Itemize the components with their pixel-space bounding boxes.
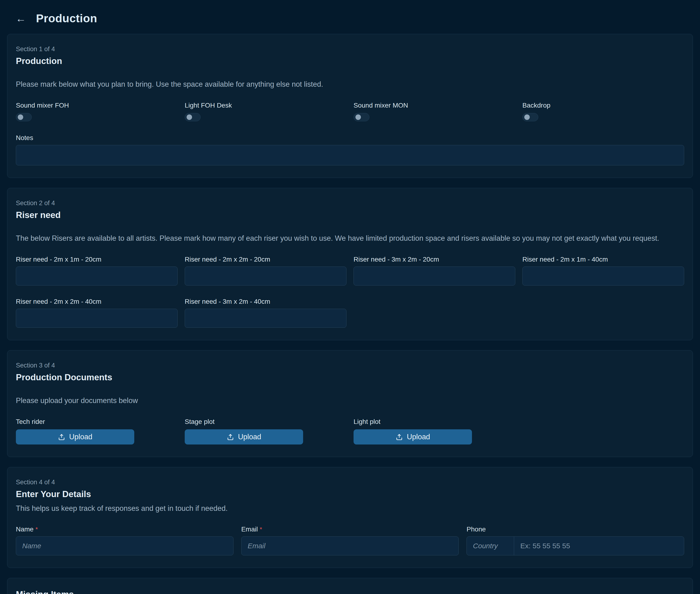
notes-textarea[interactable] bbox=[16, 145, 684, 165]
section-description: Please upload your documents below bbox=[16, 396, 684, 406]
riser-label: Riser need - 2m x 2m - 20cm bbox=[185, 256, 346, 263]
upload-button-tech-rider[interactable]: Upload bbox=[16, 429, 134, 444]
email-input[interactable] bbox=[241, 536, 459, 555]
riser-field-2x1-40: Riser need - 2m x 1m - 40cm bbox=[522, 256, 684, 286]
section-title: Production Documents bbox=[16, 372, 684, 383]
phone-label: Phone bbox=[466, 526, 684, 533]
toggle-knob bbox=[186, 114, 192, 120]
details-grid: Name* Email* Phone bbox=[16, 526, 684, 555]
upload-label: Light plot bbox=[354, 418, 515, 426]
back-button[interactable]: ← bbox=[15, 12, 27, 25]
upload-grid: Tech rider Upload Stage plot Upload Ligh… bbox=[16, 418, 684, 444]
phone-input-group bbox=[466, 536, 684, 555]
toggle-label: Backdrop bbox=[522, 102, 684, 109]
toggle-label: Sound mixer MON bbox=[354, 102, 515, 109]
upload-icon bbox=[58, 433, 65, 441]
section-step-label: Section 3 of 4 bbox=[16, 362, 684, 369]
page-title: Production bbox=[36, 12, 97, 25]
email-label: Email* bbox=[241, 526, 459, 533]
toggle-sound-mixer-foh[interactable] bbox=[16, 113, 32, 121]
riser-label: Riser need - 3m x 2m - 20cm bbox=[354, 256, 515, 263]
section-description: The below Risers are available to all ar… bbox=[16, 233, 684, 243]
upload-button-stage-plot[interactable]: Upload bbox=[185, 429, 303, 444]
section-description: Please mark below what you plan to bring… bbox=[16, 79, 684, 89]
toggle-light-foh-desk[interactable] bbox=[185, 113, 201, 121]
name-label: Name* bbox=[16, 526, 234, 533]
required-asterisk: * bbox=[36, 526, 38, 533]
section-production-card: Section 1 of 4 Production Please mark be… bbox=[7, 34, 693, 178]
name-input[interactable] bbox=[16, 536, 234, 555]
notes-label: Notes bbox=[16, 134, 684, 142]
upload-button-label: Upload bbox=[407, 433, 430, 441]
section-enter-details-card: Section 4 of 4 Enter Your Details This h… bbox=[7, 467, 693, 568]
missing-items-card: Missing Items Please go back and fill in… bbox=[7, 578, 693, 594]
section-step-label: Section 4 of 4 bbox=[16, 478, 684, 486]
riser-grid: Riser need - 2m x 1m - 20cm Riser need -… bbox=[16, 256, 684, 328]
toggle-label: Light FOH Desk bbox=[185, 102, 346, 109]
upload-field-light-plot: Light plot Upload bbox=[354, 418, 515, 444]
riser-field-3x2-40: Riser need - 3m x 2m - 40cm bbox=[185, 298, 346, 328]
toggle-field-backdrop: Backdrop bbox=[522, 102, 684, 121]
riser-label: Riser need - 2m x 1m - 40cm bbox=[522, 256, 684, 263]
section-description: This helps us keep track of responses an… bbox=[16, 503, 684, 514]
upload-field-stage-plot: Stage plot Upload bbox=[185, 418, 346, 444]
phone-country-input[interactable] bbox=[467, 537, 514, 555]
riser-label: Riser need - 3m x 2m - 40cm bbox=[185, 298, 346, 305]
riser-input-3x2-20[interactable] bbox=[354, 267, 515, 286]
section-title: Riser need bbox=[16, 210, 684, 220]
upload-button-label: Upload bbox=[238, 433, 261, 441]
phone-number-input[interactable] bbox=[514, 537, 684, 555]
section-step-label: Section 1 of 4 bbox=[16, 45, 684, 53]
riser-label: Riser need - 2m x 1m - 20cm bbox=[16, 256, 178, 263]
arrow-left-icon: ← bbox=[15, 12, 26, 24]
upload-button-light-plot[interactable]: Upload bbox=[354, 429, 472, 444]
name-field: Name* bbox=[16, 526, 234, 555]
upload-field-tech-rider: Tech rider Upload bbox=[16, 418, 178, 444]
riser-input-2x1-40[interactable] bbox=[522, 267, 684, 286]
notes-field: Notes bbox=[16, 134, 684, 165]
riser-field-2x2-40: Riser need - 2m x 2m - 40cm bbox=[16, 298, 178, 328]
missing-items-title: Missing Items bbox=[16, 590, 684, 594]
page-header: ← Production bbox=[7, 9, 693, 34]
section-riser-need-card: Section 2 of 4 Riser need The below Rise… bbox=[7, 188, 693, 340]
section-production-documents-card: Section 3 of 4 Production Documents Plea… bbox=[7, 350, 693, 457]
riser-input-3x2-40[interactable] bbox=[185, 309, 346, 328]
riser-input-2x2-20[interactable] bbox=[185, 267, 346, 286]
riser-label: Riser need - 2m x 2m - 40cm bbox=[16, 298, 178, 305]
upload-icon bbox=[395, 433, 403, 441]
email-field: Email* bbox=[241, 526, 459, 555]
required-asterisk: * bbox=[260, 526, 262, 533]
toggle-knob bbox=[524, 114, 530, 120]
upload-button-label: Upload bbox=[69, 433, 92, 441]
section-step-label: Section 2 of 4 bbox=[16, 199, 684, 207]
riser-field-3x2-20: Riser need - 3m x 2m - 20cm bbox=[354, 256, 515, 286]
toggle-grid: Sound mixer FOH Light FOH Desk Sound mix… bbox=[16, 102, 684, 121]
upload-icon bbox=[226, 433, 234, 441]
toggle-knob bbox=[355, 114, 361, 120]
production-form-page: ← Production Section 1 of 4 Production P… bbox=[0, 0, 700, 594]
upload-label: Stage plot bbox=[185, 418, 346, 426]
riser-input-2x2-40[interactable] bbox=[16, 309, 178, 328]
section-title: Production bbox=[16, 56, 684, 66]
toggle-field-light-foh-desk: Light FOH Desk bbox=[185, 102, 346, 121]
toggle-label: Sound mixer FOH bbox=[16, 102, 178, 109]
toggle-backdrop[interactable] bbox=[522, 113, 538, 121]
phone-field: Phone bbox=[466, 526, 684, 555]
riser-field-2x1-20: Riser need - 2m x 1m - 20cm bbox=[16, 256, 178, 286]
section-title: Enter Your Details bbox=[16, 489, 684, 499]
toggle-field-sound-mixer-foh: Sound mixer FOH bbox=[16, 102, 178, 121]
upload-label: Tech rider bbox=[16, 418, 178, 426]
toggle-field-sound-mixer-mon: Sound mixer MON bbox=[354, 102, 515, 121]
toggle-knob bbox=[18, 114, 23, 120]
toggle-sound-mixer-mon[interactable] bbox=[354, 113, 370, 121]
riser-input-2x1-20[interactable] bbox=[16, 267, 178, 286]
riser-field-2x2-20: Riser need - 2m x 2m - 20cm bbox=[185, 256, 346, 286]
